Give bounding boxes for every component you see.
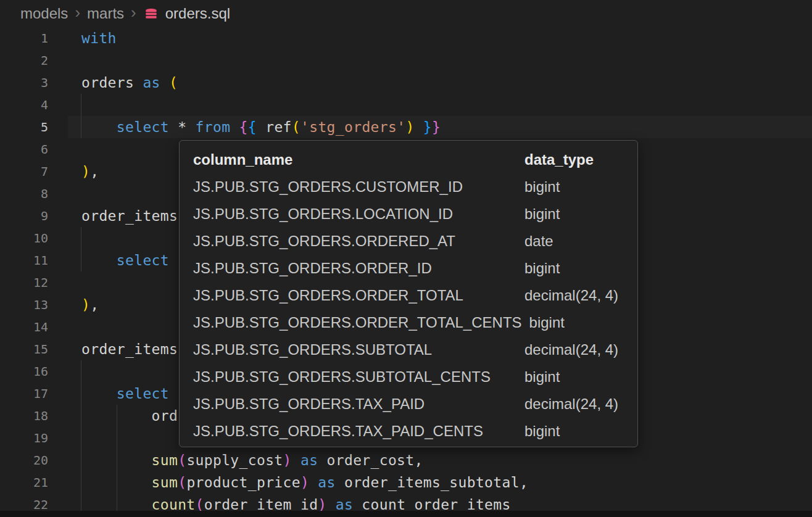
- code-text: order_items: [48, 338, 178, 360]
- code-token: as: [300, 452, 327, 468]
- line-number[interactable]: 1: [0, 27, 48, 49]
- code-token: ord: [81, 408, 178, 424]
- data-type-cell: bigint: [524, 178, 560, 196]
- code-token: ,: [90, 297, 99, 313]
- data-type-cell: bigint: [524, 368, 560, 386]
- line-number[interactable]: 16: [0, 360, 48, 383]
- code-text: [48, 183, 81, 205]
- code-token: [81, 386, 117, 402]
- column-name-header: column_name: [193, 151, 524, 168]
- column-name-cell: JS.PUB.STG_ORDERS.SUBTOTAL_CENTS: [193, 368, 524, 386]
- code-token: *: [178, 119, 195, 135]
- code-text: ),: [48, 294, 99, 316]
- code-token: ): [81, 297, 90, 313]
- code-line[interactable]: 4: [0, 94, 812, 116]
- data-type-cell: decimal(24, 4): [524, 395, 618, 413]
- code-text: [48, 316, 81, 338]
- code-token: ): [405, 119, 414, 135]
- code-text: select: [48, 249, 169, 271]
- code-line[interactable]: 1with: [0, 27, 812, 49]
- code-token: supply_cost: [186, 452, 283, 468]
- breadcrumb-item-models[interactable]: models: [20, 5, 68, 22]
- line-number[interactable]: 18: [0, 405, 48, 427]
- column-name-cell: JS.PUB.STG_ORDERS.TAX_PAID: [193, 395, 524, 413]
- bottom-strip: [0, 511, 812, 517]
- code-token: with: [81, 30, 117, 46]
- line-number[interactable]: 11: [0, 249, 48, 271]
- code-line[interactable]: 21 sum(product_price) as order_items_sub…: [0, 471, 812, 494]
- code-text: with: [48, 27, 117, 49]
- code-token: {: [248, 119, 257, 135]
- code-token: [309, 474, 318, 490]
- line-number[interactable]: 19: [0, 427, 48, 449]
- code-token: order_items: [81, 341, 178, 357]
- code-token: [81, 252, 117, 268]
- code-token: (: [178, 474, 186, 490]
- code-token: [415, 119, 423, 135]
- line-number[interactable]: 2: [0, 49, 48, 72]
- line-number[interactable]: 13: [0, 294, 48, 316]
- popup-rows: JS.PUB.STG_ORDERS.CUSTOMER_IDbigintJS.PU…: [180, 173, 637, 445]
- line-number[interactable]: 17: [0, 383, 48, 405]
- code-token: ): [81, 163, 90, 180]
- code-token: (: [292, 119, 300, 135]
- column-info-row: JS.PUB.STG_ORDERS.ORDER_TOTAL_CENTSbigin…: [180, 309, 637, 336]
- line-number[interactable]: 6: [0, 138, 48, 160]
- line-number[interactable]: 5: [0, 116, 48, 138]
- code-token: product_price: [186, 474, 300, 490]
- line-number[interactable]: 7: [0, 160, 48, 183]
- column-info-row: JS.PUB.STG_ORDERS.ORDERED_ATdate: [180, 228, 637, 255]
- code-line[interactable]: 20 sum(supply_cost) as order_cost,: [0, 449, 812, 471]
- code-text: ord: [48, 405, 178, 427]
- line-number[interactable]: 8: [0, 183, 48, 205]
- column-name-cell: JS.PUB.STG_ORDERS.ORDER_TOTAL: [193, 287, 524, 304]
- code-token: }: [432, 119, 441, 135]
- code-text: orders as (: [48, 72, 178, 94]
- code-text: [48, 138, 81, 160]
- code-line[interactable]: 5 select * from {{ ref('stg_orders') }}: [0, 116, 812, 138]
- indent-guide: [81, 94, 81, 138]
- line-number[interactable]: 4: [0, 94, 48, 116]
- indent-guide: [81, 360, 81, 511]
- code-token: ): [300, 474, 309, 490]
- line-number[interactable]: 20: [0, 449, 48, 471]
- data-type-cell: bigint: [524, 423, 560, 440]
- line-number[interactable]: 12: [0, 271, 48, 294]
- code-token: select: [117, 252, 169, 268]
- line-number[interactable]: 10: [0, 227, 48, 249]
- column-name-cell: JS.PUB.STG_ORDERS.ORDER_TOTAL_CENTS: [193, 314, 529, 331]
- code-token: order_cost,: [327, 452, 423, 468]
- code-line[interactable]: 3orders as (: [0, 72, 812, 94]
- indent-guide: [81, 227, 81, 271]
- data-type-cell: bigint: [524, 205, 560, 223]
- line-number[interactable]: 9: [0, 205, 48, 227]
- code-token: 'stg_orders': [300, 119, 405, 135]
- line-number[interactable]: 15: [0, 338, 48, 360]
- line-number[interactable]: 14: [0, 316, 48, 338]
- code-text: select: [48, 383, 169, 405]
- code-text: order_items: [48, 205, 178, 227]
- chevron-right-icon: ›: [75, 4, 80, 20]
- code-token: {: [239, 119, 248, 135]
- data-type-cell: date: [524, 233, 553, 250]
- column-info-row: JS.PUB.STG_ORDERS.LOCATION_IDbigint: [180, 201, 637, 228]
- code-token: as: [143, 75, 169, 91]
- line-number[interactable]: 21: [0, 471, 48, 494]
- data-type-cell: bigint: [529, 314, 565, 331]
- code-text: select * from {{ ref('stg_orders') }}: [48, 116, 441, 138]
- column-info-row: JS.PUB.STG_ORDERS.ORDER_IDbigint: [180, 255, 637, 282]
- column-name-cell: JS.PUB.STG_ORDERS.SUBTOTAL: [193, 341, 524, 358]
- code-token: order_items_subtotal,: [344, 474, 528, 490]
- breadcrumb: models › marts › orders.sql: [0, 0, 812, 27]
- breadcrumb-item-marts[interactable]: marts: [87, 5, 124, 22]
- column-name-cell: JS.PUB.STG_ORDERS.TAX_PAID_CENTS: [193, 423, 524, 440]
- breadcrumb-item-file[interactable]: orders.sql: [165, 5, 230, 22]
- line-number[interactable]: 3: [0, 72, 48, 94]
- column-info-row: JS.PUB.STG_ORDERS.SUBTOTALdecimal(24, 4): [180, 336, 637, 363]
- code-token: orders: [81, 75, 143, 91]
- data-type-cell: decimal(24, 4): [524, 287, 618, 304]
- column-info-popup: column_name data_type JS.PUB.STG_ORDERS.…: [179, 140, 638, 447]
- code-line[interactable]: 2: [0, 49, 812, 72]
- column-name-cell: JS.PUB.STG_ORDERS.LOCATION_ID: [193, 205, 524, 223]
- popup-header-row: column_name data_type: [180, 146, 637, 173]
